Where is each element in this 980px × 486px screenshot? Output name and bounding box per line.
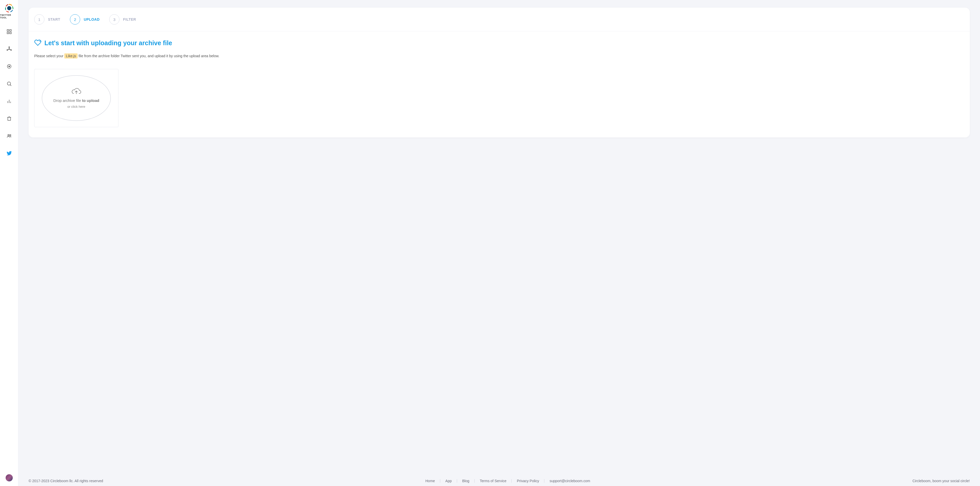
svg-line-11 <box>8 49 9 50</box>
step-start[interactable]: 1 START <box>34 14 60 24</box>
footer-link-tos[interactable]: Terms of Service <box>480 479 506 483</box>
target-icon[interactable] <box>4 61 14 72</box>
logo[interactable]: TWITTER TOOL <box>0 3 18 19</box>
svg-point-8 <box>6 49 8 51</box>
search-icon[interactable] <box>4 79 14 89</box>
footer: © 2017-2023 Circleboom llc. All rights r… <box>29 474 970 486</box>
svg-point-13 <box>8 65 10 67</box>
description: Please select your Like.js file from the… <box>34 53 964 59</box>
stepper: 1 START 2 UPLOAD 3 FILTER <box>29 8 970 32</box>
separator <box>474 479 475 483</box>
heart-icon <box>34 39 41 47</box>
step-upload[interactable]: 2 UPLOAD <box>70 14 100 24</box>
separator <box>511 479 512 483</box>
upload-card: 1 START 2 UPLOAD 3 FILTER Let's star <box>29 8 970 137</box>
footer-link-privacy[interactable]: Privacy Policy <box>517 479 539 483</box>
dashboard-icon[interactable] <box>4 27 14 37</box>
svg-point-6 <box>9 47 10 48</box>
footer-link-home[interactable]: Home <box>425 479 435 483</box>
svg-point-23 <box>10 135 11 136</box>
svg-point-0 <box>7 6 11 10</box>
step-label: START <box>48 18 60 21</box>
upload-sub: or click here <box>67 105 85 108</box>
upload-line1-pre: Drop archive file <box>53 98 82 103</box>
footer-link-blog[interactable]: Blog <box>462 479 469 483</box>
twitter-icon[interactable] <box>4 148 14 158</box>
svg-point-22 <box>8 135 9 136</box>
chart-icon[interactable] <box>4 96 14 106</box>
svg-rect-4 <box>10 32 11 34</box>
people-icon[interactable] <box>4 131 14 141</box>
desc-post: file from the archive folder Twitter sen… <box>78 54 219 58</box>
svg-line-15 <box>10 85 11 86</box>
svg-rect-3 <box>7 32 8 34</box>
step-number: 3 <box>109 14 119 24</box>
svg-point-14 <box>7 82 11 85</box>
upload-line1: Drop archive file to upload <box>53 98 99 103</box>
network-icon[interactable] <box>4 44 14 54</box>
brand-text: TWITTER TOOL <box>0 14 18 19</box>
sidebar: TWITTER TOOL <box>0 0 18 486</box>
svg-line-10 <box>10 49 11 50</box>
step-number: 1 <box>34 14 45 24</box>
svg-point-7 <box>11 49 11 51</box>
step-label: UPLOAD <box>84 18 100 21</box>
step-filter[interactable]: 3 FILTER <box>109 14 136 24</box>
svg-rect-2 <box>10 30 11 31</box>
file-pill: Like.js <box>64 53 78 59</box>
svg-rect-19 <box>8 117 11 120</box>
trash-icon[interactable] <box>4 113 14 124</box>
copyright: © 2017-2023 Circleboom llc. All rights r… <box>29 479 103 483</box>
avatar[interactable] <box>6 474 13 481</box>
desc-pre: Please select your <box>34 54 64 58</box>
upload-line1-bold: to upload <box>82 98 100 103</box>
upload-oval: Drop archive file to upload or click her… <box>42 75 111 121</box>
step-number: 2 <box>70 14 80 24</box>
tagline: Circleboom, boom your social circle! <box>912 479 970 483</box>
footer-link-email[interactable]: support@circleboom.com <box>549 479 590 483</box>
upload-dropzone[interactable]: Drop archive file to upload or click her… <box>34 69 118 127</box>
step-label: FILTER <box>123 18 136 21</box>
page-title: Let's start with uploading your archive … <box>45 39 172 47</box>
svg-rect-1 <box>7 30 8 31</box>
main-content: 1 START 2 UPLOAD 3 FILTER Let's star <box>18 0 980 486</box>
separator <box>544 479 544 483</box>
cloud-upload-icon <box>71 88 81 96</box>
footer-link-app[interactable]: App <box>445 479 452 483</box>
